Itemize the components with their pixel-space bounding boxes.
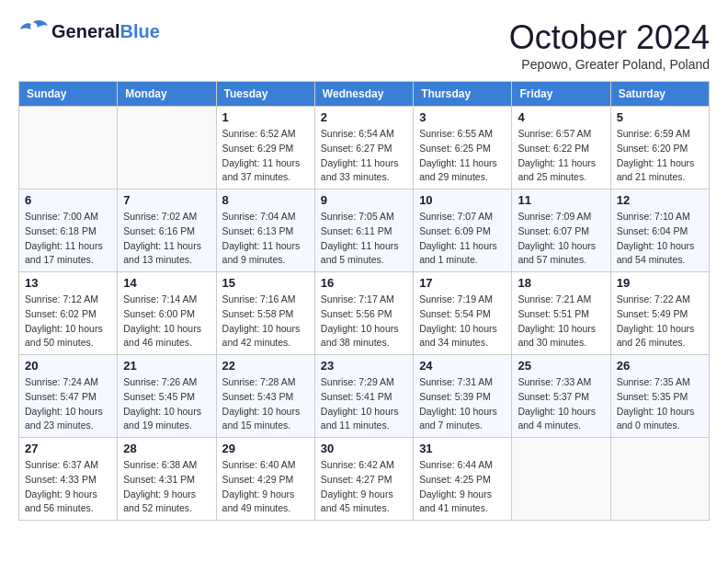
calendar-cell: 24Sunrise: 7:31 AMSunset: 5:39 PMDayligh… [414,355,512,438]
calendar-cell: 15Sunrise: 7:16 AMSunset: 5:58 PMDayligh… [216,272,314,355]
day-number: 25 [518,359,604,373]
day-number: 1 [222,110,309,124]
day-number: 22 [222,359,309,373]
calendar-cell: 5Sunrise: 6:59 AMSunset: 6:20 PMDaylight… [610,107,709,190]
calendar-cell [118,107,216,190]
day-number: 14 [123,276,210,290]
day-number: 31 [419,442,506,455]
calendar-cell: 22Sunrise: 7:28 AMSunset: 5:43 PMDayligh… [216,355,314,438]
day-number: 19 [617,276,703,290]
day-number: 9 [321,193,407,207]
day-of-week-header: Tuesday [216,82,314,107]
calendar-cell: 23Sunrise: 7:29 AMSunset: 5:41 PMDayligh… [314,355,413,438]
calendar-cell: 31Sunrise: 6:44 AMSunset: 4:25 PMDayligh… [414,438,512,521]
page-header: GeneralBlue October 2024 Pepowo, Greater… [18,18,710,72]
calendar-cell: 2Sunrise: 6:54 AMSunset: 6:27 PMDaylight… [314,107,413,190]
calendar-table: SundayMondayTuesdayWednesdayThursdayFrid… [18,81,710,521]
day-info: Sunrise: 7:17 AMSunset: 5:56 PMDaylight:… [321,293,407,350]
calendar-cell: 6Sunrise: 7:00 AMSunset: 6:18 PMDaylight… [19,190,118,272]
day-number: 15 [222,276,309,290]
calendar-cell: 10Sunrise: 7:07 AMSunset: 6:09 PMDayligh… [414,190,512,272]
day-number: 17 [419,276,506,290]
day-info: Sunrise: 7:12 AMSunset: 6:02 PMDaylight:… [25,293,111,350]
calendar-cell: 17Sunrise: 7:19 AMSunset: 5:54 PMDayligh… [414,272,512,355]
calendar-cell: 1Sunrise: 6:52 AMSunset: 6:29 PMDaylight… [216,107,314,190]
day-info: Sunrise: 7:21 AMSunset: 5:51 PMDaylight:… [518,293,604,350]
calendar-cell [19,107,118,190]
calendar-cell: 11Sunrise: 7:09 AMSunset: 6:07 PMDayligh… [512,190,610,272]
logo-blue: Blue [119,21,159,41]
location-subtitle: Pepowo, Greater Poland, Poland [509,57,710,72]
calendar-cell: 29Sunrise: 6:40 AMSunset: 4:29 PMDayligh… [216,438,314,521]
calendar-cell: 19Sunrise: 7:22 AMSunset: 5:49 PMDayligh… [610,272,709,355]
calendar-cell: 26Sunrise: 7:35 AMSunset: 5:35 PMDayligh… [610,355,709,438]
day-number: 27 [25,442,111,455]
day-info: Sunrise: 6:37 AMSunset: 4:33 PMDaylight:… [25,458,111,516]
calendar-cell: 9Sunrise: 7:05 AMSunset: 6:11 PMDaylight… [314,190,413,272]
day-number: 28 [123,442,210,455]
calendar-cell: 12Sunrise: 7:10 AMSunset: 6:04 PMDayligh… [610,190,709,272]
calendar-cell: 28Sunrise: 6:38 AMSunset: 4:31 PMDayligh… [118,438,216,521]
calendar-cell: 3Sunrise: 6:55 AMSunset: 6:25 PMDaylight… [414,107,512,190]
day-info: Sunrise: 7:29 AMSunset: 5:41 PMDaylight:… [321,375,407,433]
day-of-week-header: Monday [118,82,216,107]
day-number: 6 [25,193,111,207]
calendar-week-row: 6Sunrise: 7:00 AMSunset: 6:18 PMDaylight… [19,190,710,272]
day-info: Sunrise: 7:22 AMSunset: 5:49 PMDaylight:… [617,293,703,350]
day-number: 30 [321,442,407,455]
calendar-cell: 13Sunrise: 7:12 AMSunset: 6:02 PMDayligh… [19,272,118,355]
day-number: 20 [25,359,111,373]
day-info: Sunrise: 7:05 AMSunset: 6:11 PMDaylight:… [321,210,407,268]
day-number: 2 [321,110,407,124]
day-number: 3 [419,110,506,124]
calendar-cell: 4Sunrise: 6:57 AMSunset: 6:22 PMDaylight… [512,107,610,190]
day-of-week-header: Wednesday [314,82,413,107]
day-info: Sunrise: 7:07 AMSunset: 6:09 PMDaylight:… [419,210,506,268]
calendar-cell: 30Sunrise: 6:42 AMSunset: 4:27 PMDayligh… [314,438,413,521]
calendar-cell: 20Sunrise: 7:24 AMSunset: 5:47 PMDayligh… [19,355,118,438]
day-info: Sunrise: 7:26 AMSunset: 5:45 PMDaylight:… [123,375,210,433]
day-info: Sunrise: 6:59 AMSunset: 6:20 PMDaylight:… [617,127,703,185]
calendar-cell [512,438,610,521]
day-info: Sunrise: 7:10 AMSunset: 6:04 PMDaylight:… [617,210,703,268]
day-number: 4 [518,110,604,124]
day-info: Sunrise: 7:19 AMSunset: 5:54 PMDaylight:… [419,293,506,350]
day-info: Sunrise: 7:31 AMSunset: 5:39 PMDaylight:… [419,375,506,433]
day-of-week-header: Thursday [414,82,512,107]
day-info: Sunrise: 7:14 AMSunset: 6:00 PMDaylight:… [123,293,210,350]
day-info: Sunrise: 7:24 AMSunset: 5:47 PMDaylight:… [25,375,111,433]
day-info: Sunrise: 7:35 AMSunset: 5:35 PMDaylight:… [617,375,703,433]
calendar-week-row: 27Sunrise: 6:37 AMSunset: 4:33 PMDayligh… [19,438,710,521]
calendar-week-row: 1Sunrise: 6:52 AMSunset: 6:29 PMDaylight… [19,107,710,190]
day-number: 18 [518,276,604,290]
day-info: Sunrise: 6:55 AMSunset: 6:25 PMDaylight:… [419,127,506,185]
calendar-cell: 16Sunrise: 7:17 AMSunset: 5:56 PMDayligh… [314,272,413,355]
day-info: Sunrise: 6:42 AMSunset: 4:27 PMDaylight:… [321,458,407,516]
calendar-cell: 21Sunrise: 7:26 AMSunset: 5:45 PMDayligh… [118,355,216,438]
day-info: Sunrise: 7:09 AMSunset: 6:07 PMDaylight:… [518,210,604,268]
day-number: 7 [123,193,210,207]
day-number: 12 [617,193,703,207]
calendar-cell: 14Sunrise: 7:14 AMSunset: 6:00 PMDayligh… [118,272,216,355]
day-number: 16 [321,276,407,290]
day-info: Sunrise: 7:04 AMSunset: 6:13 PMDaylight:… [222,210,309,268]
calendar-week-row: 20Sunrise: 7:24 AMSunset: 5:47 PMDayligh… [19,355,710,438]
day-info: Sunrise: 7:16 AMSunset: 5:58 PMDaylight:… [222,293,309,350]
day-number: 21 [123,359,210,373]
day-number: 10 [419,193,506,207]
day-number: 24 [419,359,506,373]
logo-bird-icon [18,18,48,44]
month-title: October 2024 [509,18,710,57]
calendar-cell: 18Sunrise: 7:21 AMSunset: 5:51 PMDayligh… [512,272,610,355]
day-number: 5 [617,110,703,124]
day-info: Sunrise: 7:28 AMSunset: 5:43 PMDaylight:… [222,375,309,433]
day-info: Sunrise: 6:54 AMSunset: 6:27 PMDaylight:… [321,127,407,185]
logo-general: General [51,21,119,41]
day-info: Sunrise: 7:33 AMSunset: 5:37 PMDaylight:… [518,375,604,433]
calendar-cell: 25Sunrise: 7:33 AMSunset: 5:37 PMDayligh… [512,355,610,438]
day-info: Sunrise: 7:02 AMSunset: 6:16 PMDaylight:… [123,210,210,268]
day-of-week-header: Friday [512,82,610,107]
day-info: Sunrise: 6:52 AMSunset: 6:29 PMDaylight:… [222,127,309,185]
day-info: Sunrise: 7:00 AMSunset: 6:18 PMDaylight:… [25,210,111,268]
day-info: Sunrise: 6:40 AMSunset: 4:29 PMDaylight:… [222,458,309,516]
